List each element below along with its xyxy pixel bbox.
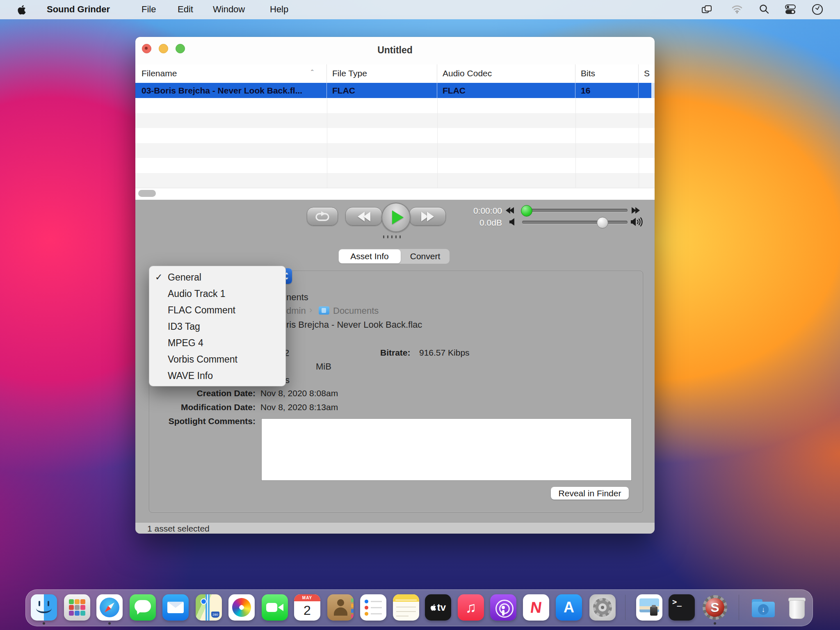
menu-help[interactable]: Help <box>270 4 288 15</box>
bitrate-label: Bitrate: <box>380 348 411 358</box>
status-text: 1 asset selected <box>147 523 210 534</box>
table-header: Filename File Type Audio Codec Bits S <box>135 64 655 83</box>
menu-item-id3-tag[interactable]: ID3 Tag <box>149 318 285 335</box>
bitrate-value: 916.57 Kibps <box>419 348 470 358</box>
apple-menu-icon[interactable] <box>17 5 26 17</box>
menu-bar: Sound Grinder File Edit Window Help <box>0 0 840 19</box>
dock-reminders-icon[interactable] <box>360 594 386 621</box>
breadcrumb-user-fragment[interactable]: dmin <box>286 306 306 316</box>
dock-system-preferences-icon[interactable] <box>589 594 616 621</box>
volume-slider-thumb[interactable] <box>597 217 608 228</box>
table-row[interactable] <box>135 113 655 128</box>
dock-image-editor-icon[interactable] <box>636 594 662 621</box>
running-indicator <box>714 622 716 625</box>
dock-sound-grinder-icon[interactable]: S <box>702 594 728 621</box>
control-center-icon[interactable] <box>785 4 796 16</box>
file-size-fragment: MiB <box>316 361 331 372</box>
table-row[interactable] <box>135 128 655 143</box>
volume-display: 0.0dB <box>420 218 502 228</box>
volume-slider-track[interactable] <box>522 221 628 224</box>
dock-mail-icon[interactable] <box>162 594 189 621</box>
dock-facetime-icon[interactable] <box>262 594 288 621</box>
menu-item-wave-info[interactable]: WAVE Info <box>149 368 285 384</box>
column-divider <box>437 98 438 188</box>
column-header-audio-codec[interactable]: Audio Codec <box>437 64 575 83</box>
volume-min-icon[interactable] <box>509 218 518 228</box>
time-slider-thumb[interactable] <box>521 205 532 217</box>
spotlight-comments-input[interactable] <box>261 418 632 481</box>
dock-apple-tv-icon[interactable]: tv <box>425 594 451 621</box>
dock-launchpad-icon[interactable] <box>64 594 90 621</box>
dock-divider <box>739 595 739 620</box>
tab-bar: Asset Info Convert <box>338 249 450 264</box>
column-header-bits[interactable]: Bits <box>575 64 639 83</box>
clock-icon[interactable] <box>811 3 824 17</box>
dock-photos-icon[interactable] <box>228 594 255 621</box>
dock-calendar-icon[interactable]: MAY 2 <box>294 594 320 621</box>
menu-item-audio-track-1[interactable]: Audio Track 1 <box>149 285 285 302</box>
dock-downloads-folder-icon[interactable]: ↓ <box>750 594 776 621</box>
dock-podcasts-icon[interactable] <box>490 594 516 621</box>
table-row[interactable] <box>135 143 655 158</box>
menu-item-flac-comment[interactable]: FLAC Comment <box>149 302 285 318</box>
title-bar[interactable]: Untitled <box>135 37 655 65</box>
column-divider <box>327 98 327 188</box>
app-menu-title[interactable]: Sound Grinder <box>47 4 110 15</box>
rewind-button[interactable] <box>345 207 382 226</box>
menu-item-general[interactable]: ✓ General <box>149 269 285 285</box>
status-bar: 1 asset selected <box>135 522 655 534</box>
play-button[interactable] <box>381 203 411 232</box>
creation-date-value: Nov 8, 2020 8:08am <box>260 388 338 398</box>
table-row-selected[interactable]: 03-Boris Brejcha - Never Look Back.fl...… <box>135 83 655 98</box>
dock-maps-icon[interactable]: 280 <box>196 594 222 621</box>
column-header-partial[interactable]: S <box>639 64 655 83</box>
dock-messages-icon[interactable] <box>130 594 156 621</box>
dock-music-icon[interactable]: ♫ <box>458 594 484 621</box>
reveal-in-finder-button[interactable]: Reveal in Finder <box>551 487 629 500</box>
tab-convert[interactable]: Convert <box>401 249 450 264</box>
column-divider <box>575 98 576 188</box>
documents-folder-icon <box>319 306 329 315</box>
horizontal-scrollbar-thumb[interactable] <box>138 190 156 197</box>
info-section-menu: ✓ General Audio Track 1 FLAC Comment ID3… <box>149 266 286 386</box>
spotlight-search-icon[interactable] <box>759 4 769 16</box>
dock-news-icon[interactable]: N <box>523 594 549 621</box>
table-row[interactable] <box>135 98 655 113</box>
dock-trash-icon[interactable] <box>783 594 810 621</box>
table-row[interactable] <box>135 173 655 188</box>
menu-edit[interactable]: Edit <box>178 4 193 15</box>
modification-date-value: Nov 8, 2020 8:13am <box>260 402 338 412</box>
cell-bits: 16 <box>575 83 639 98</box>
dock-contacts-icon[interactable] <box>327 594 354 621</box>
volume-max-icon[interactable] <box>630 217 645 229</box>
dock-terminal-icon[interactable]: >_ <box>669 594 695 621</box>
menu-item-mpeg-4[interactable]: MPEG 4 <box>149 335 285 351</box>
sort-ascending-icon[interactable]: ˆ <box>311 68 314 78</box>
running-indicator <box>108 622 111 625</box>
dock-safari-icon[interactable] <box>96 594 123 621</box>
checkmark-icon: ✓ <box>155 269 167 285</box>
filename-fragment: ris Brejcha - Never Look Back.flac <box>286 320 422 330</box>
skip-to-end-icon[interactable] <box>632 207 640 215</box>
menu-item-vorbis-comment[interactable]: Vorbis Comment <box>149 351 285 368</box>
loop-button[interactable] <box>307 207 338 226</box>
wifi-icon[interactable] <box>731 4 743 16</box>
column-header-filename[interactable]: Filename <box>135 64 327 83</box>
modification-date-label: Modification Date: <box>152 402 256 412</box>
time-slider-track[interactable] <box>522 209 628 212</box>
breadcrumb-folder[interactable]: Documents <box>333 306 379 316</box>
cell-partial <box>639 83 651 98</box>
table-row[interactable] <box>135 158 655 173</box>
horizontal-scrollbar[interactable] <box>135 188 655 200</box>
column-header-file-type[interactable]: File Type <box>327 64 437 83</box>
dock-finder-icon[interactable] <box>31 594 57 621</box>
cell-file-type: FLAC <box>327 83 437 98</box>
tab-asset-info-label[interactable]: Asset Info <box>338 249 401 264</box>
display-mirroring-icon[interactable] <box>701 4 713 16</box>
time-display: 0:00:00 <box>420 206 502 216</box>
dock-notes-icon[interactable] <box>393 594 419 621</box>
menu-window[interactable]: Window <box>213 4 245 15</box>
menu-file[interactable]: File <box>142 4 156 15</box>
dock-app-store-icon[interactable]: A <box>556 594 582 621</box>
skip-to-start-icon[interactable] <box>506 207 514 215</box>
